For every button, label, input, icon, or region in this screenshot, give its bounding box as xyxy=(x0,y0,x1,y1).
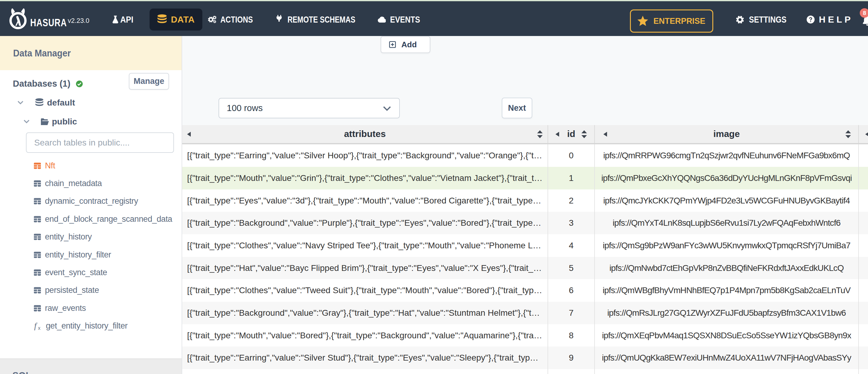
svg-text:x: x xyxy=(38,325,40,331)
svg-text:f: f xyxy=(34,322,37,331)
